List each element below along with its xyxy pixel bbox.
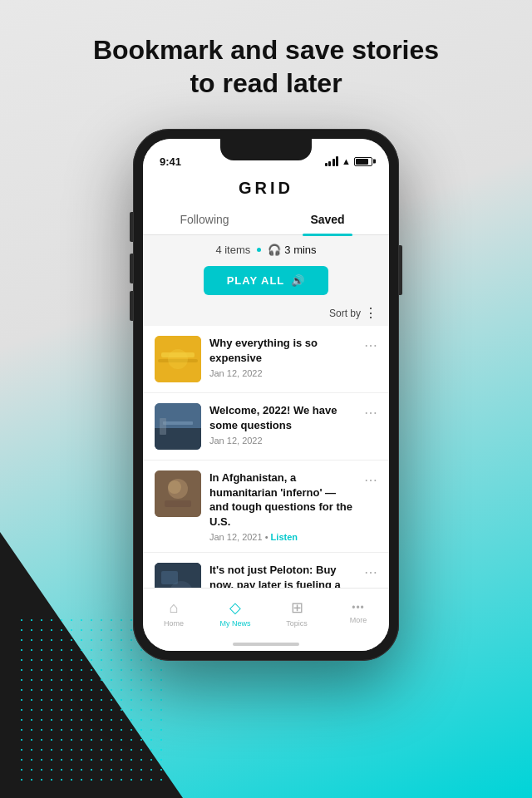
wifi-icon: ▲ xyxy=(342,156,351,166)
svg-point-11 xyxy=(168,480,181,494)
news-content: Why everything is so expensive Jan 12, 2… xyxy=(209,336,352,378)
status-icons: ▲ xyxy=(325,156,372,166)
home-bar xyxy=(233,643,299,646)
nav-my-news[interactable]: ◇ My News xyxy=(204,594,266,633)
content-area: 4 items 🎧 3 mins PLAY ALL 🔊 S xyxy=(143,235,389,588)
home-icon: ⌂ xyxy=(170,599,179,617)
news-thumbnail xyxy=(155,336,201,382)
phone-outer: 9:41 ▲ GRID Following xyxy=(133,129,399,661)
tab-saved[interactable]: Saved xyxy=(266,204,389,234)
home-indicator xyxy=(143,638,389,651)
news-thumbnail xyxy=(155,403,201,450)
sort-bar: Sort by ⋮ xyxy=(143,302,389,326)
news-date: Jan 12, 2022 xyxy=(209,436,352,446)
svg-rect-6 xyxy=(163,421,193,425)
play-icon: 🔊 xyxy=(291,274,305,287)
news-item[interactable]: In Afghanistan, a humanitarian 'inferno'… xyxy=(143,461,389,553)
bottom-nav: ⌂ Home ◇ My News ⊞ Topics ••• More xyxy=(143,588,389,638)
nav-more[interactable]: ••• More xyxy=(328,597,389,629)
phone-mockup: 9:41 ▲ GRID Following xyxy=(133,129,399,661)
items-time: 🎧 3 mins xyxy=(268,244,316,256)
signal-icon xyxy=(325,156,339,166)
sort-more-icon[interactable]: ⋮ xyxy=(364,305,377,321)
news-content: In Afghanistan, a humanitarian 'inferno'… xyxy=(209,470,352,542)
battery-icon xyxy=(354,157,372,166)
news-item[interactable]: Why everything is so expensive Jan 12, 2… xyxy=(143,326,389,393)
items-count: 4 items xyxy=(215,244,250,256)
phone-screen: 9:41 ▲ GRID Following xyxy=(143,139,389,651)
nav-topics[interactable]: ⊞ Topics xyxy=(266,594,328,633)
news-more-icon[interactable]: ⋯ xyxy=(361,336,377,353)
svg-rect-15 xyxy=(161,571,178,584)
nav-my-news-label: My News xyxy=(219,619,250,628)
page-title: Bookmark and save stories to read later xyxy=(0,33,532,100)
news-item[interactable]: Welcome, 2022! We have some questions Ja… xyxy=(143,393,389,461)
app-header: GRID xyxy=(143,175,389,204)
tab-following[interactable]: Following xyxy=(143,204,266,234)
app-logo: GRID xyxy=(143,179,389,204)
more-icon: ••• xyxy=(352,602,365,613)
news-more-icon[interactable]: ⋯ xyxy=(361,563,377,580)
news-content: It's not just Peloton: Buy now, pay late… xyxy=(209,563,352,588)
news-date: Jan 12, 2022 xyxy=(209,368,352,378)
news-more-icon[interactable]: ⋯ xyxy=(361,403,377,421)
news-item[interactable]: It's not just Peloton: Buy now, pay late… xyxy=(143,553,389,588)
headphone-icon: 🎧 xyxy=(268,244,281,256)
topics-icon: ⊞ xyxy=(291,598,303,617)
news-date: Jan 12, 2021 • Listen xyxy=(209,532,352,542)
tabs-container: Following Saved xyxy=(143,204,389,235)
my-news-icon: ◇ xyxy=(229,598,241,617)
items-dot xyxy=(257,248,261,252)
nav-more-label: More xyxy=(350,616,367,624)
items-bar: 4 items 🎧 3 mins xyxy=(143,235,389,261)
news-more-icon[interactable]: ⋯ xyxy=(361,470,377,488)
nav-topics-label: Topics xyxy=(286,619,308,628)
svg-point-3 xyxy=(168,349,188,369)
status-time: 9:41 xyxy=(160,155,181,168)
nav-home-label: Home xyxy=(164,619,184,628)
play-all-container: PLAY ALL 🔊 xyxy=(143,261,389,302)
news-title: Welcome, 2022! We have some questions xyxy=(209,403,352,432)
news-title: Why everything is so expensive xyxy=(209,336,352,365)
news-thumbnail xyxy=(155,470,201,517)
play-all-button[interactable]: PLAY ALL 🔊 xyxy=(204,266,329,295)
news-title: In Afghanistan, a humanitarian 'inferno'… xyxy=(209,470,352,529)
news-thumbnail xyxy=(155,563,201,588)
listen-link[interactable]: Listen xyxy=(271,532,298,542)
nav-home[interactable]: ⌂ Home xyxy=(143,594,204,633)
sort-by-label: Sort by xyxy=(329,308,361,319)
svg-rect-10 xyxy=(165,500,191,507)
news-content: Welcome, 2022! We have some questions Ja… xyxy=(209,403,352,446)
news-title: It's not just Peloton: Buy now, pay late… xyxy=(209,563,352,588)
news-list: Why everything is so expensive Jan 12, 2… xyxy=(143,326,389,588)
svg-rect-7 xyxy=(160,418,166,435)
phone-notch xyxy=(220,139,312,160)
